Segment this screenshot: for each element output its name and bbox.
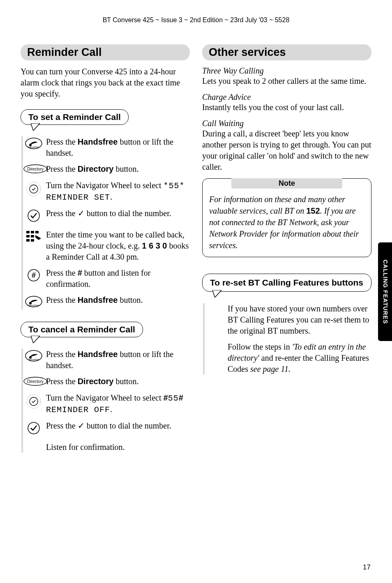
step-row: HandsfreePress the Handsfree button or l… bbox=[23, 349, 190, 371]
tick-icon bbox=[23, 420, 44, 437]
svg-marker-21 bbox=[31, 336, 40, 343]
wheel-icon bbox=[23, 180, 44, 199]
note-label: Note bbox=[231, 178, 342, 189]
step-text: Press the ✓ button to dial the number. bbox=[44, 208, 171, 219]
svg-text:Directory: Directory bbox=[27, 379, 44, 384]
step-text: Press the Handsfree button. bbox=[44, 295, 143, 306]
service-title: Charge Advice bbox=[202, 92, 371, 102]
svg-text:Handsfree: Handsfree bbox=[28, 358, 39, 361]
reset-text-block: If you have stored your own numbers over… bbox=[203, 303, 371, 375]
svg-text:Handsfree: Handsfree bbox=[28, 146, 39, 148]
callout-pointer-icon bbox=[212, 290, 221, 297]
step-text: Turn the Navigator Wheel to select *55* … bbox=[44, 180, 190, 203]
step-row: Press the ✓ button to dial the number. bbox=[23, 208, 190, 224]
callout-pointer-icon bbox=[31, 336, 40, 343]
step-row: Turn the Navigator Wheel to select #55# … bbox=[23, 392, 190, 415]
step-row: Enter the time you want to be called bac… bbox=[23, 229, 190, 263]
page-number: 17 bbox=[363, 563, 371, 571]
section-heading-other: Other services bbox=[202, 44, 371, 60]
step-row: Listen for confirmation. bbox=[23, 442, 190, 453]
handsfree-icon: Handsfree bbox=[23, 136, 44, 151]
svg-rect-14 bbox=[26, 239, 30, 242]
svg-rect-9 bbox=[26, 231, 30, 233]
step-text: Press the Handsfree button or lift the h… bbox=[44, 136, 190, 159]
svg-rect-10 bbox=[31, 231, 34, 233]
directory-icon: Directory bbox=[23, 376, 44, 387]
callout-label: To set a Reminder Call bbox=[28, 112, 121, 122]
step-text: Turn the Navigator Wheel to select #55# … bbox=[44, 392, 190, 415]
page-header: BT Converse 425 ~ Issue 3 ~ 2nd Edition … bbox=[21, 16, 371, 24]
step-row: HandsfreePress the Handsfree button. bbox=[23, 295, 190, 309]
step-row: Turn the Navigator Wheel to select *55* … bbox=[23, 180, 190, 203]
step-text: Press the # button and listen for confir… bbox=[44, 267, 190, 290]
service-body: Lets you speak to 2 other callers at the… bbox=[202, 76, 371, 87]
step-text: Press the ✓ button to dial the number. bbox=[44, 420, 171, 431]
step-text: Listen for confirmation. bbox=[44, 442, 125, 453]
svg-rect-11 bbox=[35, 231, 39, 233]
svg-rect-12 bbox=[26, 235, 30, 237]
service-body: During a call, a discreet 'beep' lets yo… bbox=[202, 128, 371, 173]
intro-text: You can turn your Converse 425 into a 24… bbox=[21, 66, 190, 99]
keypad-icon bbox=[23, 229, 44, 245]
service-item: Three Way CallingLets you speak to 2 oth… bbox=[202, 66, 371, 87]
service-title: Three Way Calling bbox=[202, 66, 371, 76]
service-item: Call WaitingDuring a call, a discreet 'b… bbox=[202, 119, 371, 173]
svg-text:Directory: Directory bbox=[27, 167, 44, 171]
svg-point-29 bbox=[28, 422, 39, 434]
hash-icon: # bbox=[23, 267, 44, 284]
svg-rect-13 bbox=[31, 235, 34, 237]
side-tab: CALLING FEATURES bbox=[378, 242, 392, 341]
callout-pointer-icon bbox=[31, 123, 40, 131]
svg-point-28 bbox=[30, 397, 38, 406]
svg-text:Handsfree: Handsfree bbox=[28, 304, 39, 306]
callout-label: To re-set BT Calling Features buttons bbox=[210, 278, 363, 287]
handsfree-icon: Handsfree bbox=[23, 295, 44, 309]
svg-marker-30 bbox=[212, 290, 221, 297]
step-row: #Press the # button and listen for confi… bbox=[23, 267, 190, 290]
wheel-icon bbox=[23, 392, 44, 411]
svg-point-7 bbox=[30, 185, 38, 193]
steps-cancel-reminder: HandsfreePress the Handsfree button or l… bbox=[21, 349, 190, 453]
handsfree-icon: Handsfree bbox=[23, 349, 44, 364]
svg-marker-0 bbox=[31, 123, 40, 131]
step-row: DirectoryPress the Directory button. bbox=[23, 164, 190, 175]
step-row: Press the ✓ button to dial the number. bbox=[23, 420, 190, 437]
service-title: Call Waiting bbox=[202, 119, 371, 128]
service-item: Charge AdviceInstantly tells you the cos… bbox=[202, 92, 371, 113]
callout-reset-features: To re-set BT Calling Features buttons bbox=[202, 274, 371, 292]
reset-para: Follow the steps in 'To edit an entry in… bbox=[226, 341, 371, 375]
directory-icon: Directory bbox=[23, 164, 44, 175]
note-box: Note For information on these and many o… bbox=[202, 178, 371, 257]
tick-icon bbox=[23, 208, 44, 224]
steps-set-reminder: HandsfreePress the Handsfree button or l… bbox=[21, 136, 190, 309]
svg-point-8 bbox=[28, 210, 39, 221]
svg-rect-15 bbox=[31, 239, 34, 242]
step-text: Enter the time you want to be called bac… bbox=[44, 229, 190, 263]
step-row: DirectoryPress the Directory button. bbox=[23, 376, 190, 387]
svg-text:#: # bbox=[32, 271, 36, 279]
step-text: Press the Handsfree button or lift the h… bbox=[44, 349, 190, 371]
none-icon bbox=[23, 442, 44, 442]
services-list: Three Way CallingLets you speak to 2 oth… bbox=[202, 66, 371, 173]
note-text: For information on these and many other … bbox=[209, 194, 364, 251]
callout-cancel-reminder: To cancel a Reminder Call bbox=[21, 322, 143, 337]
step-row: HandsfreePress the Handsfree button or l… bbox=[23, 136, 190, 159]
service-body: Instantly tells you the cost of your las… bbox=[202, 102, 371, 113]
section-heading-reminder: Reminder Call bbox=[21, 44, 190, 60]
callout-set-reminder: To set a Reminder Call bbox=[21, 109, 129, 125]
callout-label: To cancel a Reminder Call bbox=[28, 325, 135, 334]
step-text: Press the Directory button. bbox=[44, 376, 139, 387]
reset-para: If you have stored your own numbers over… bbox=[226, 303, 371, 336]
step-text: Press the Directory button. bbox=[44, 164, 139, 175]
